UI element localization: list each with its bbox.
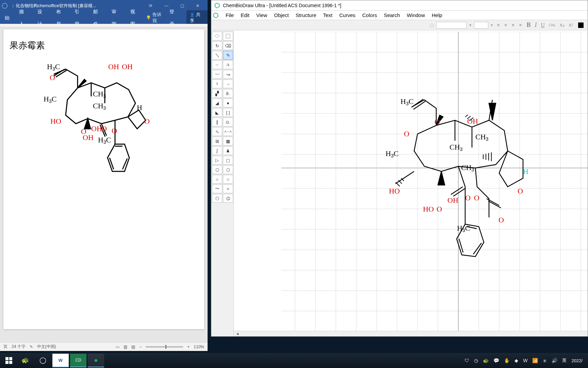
page-indicator[interactable]: 页 [3, 344, 7, 350]
tray-network-icon[interactable]: 📶 [532, 358, 538, 363]
tool-sphere[interactable]: ● [223, 98, 233, 107]
tool-table[interactable]: ⊞ [212, 137, 222, 145]
menu-help[interactable]: Help [428, 12, 446, 18]
tool-wedge[interactable]: ◢ [212, 98, 222, 107]
align-right-icon[interactable]: ≡ [510, 22, 516, 28]
superscript-button[interactable]: X² [568, 22, 574, 28]
tool-hatch[interactable]: ▞ [212, 89, 222, 98]
tool-marquee[interactable] [223, 32, 233, 41]
tool-rotate[interactable]: ↻ [212, 41, 222, 50]
tool-arrow[interactable]: → [223, 79, 233, 88]
ribbon-tab[interactable]: 始 [0, 12, 14, 24]
tray-app2-icon[interactable]: 🐢 [483, 358, 489, 363]
task-obs-icon[interactable]: ◯ [35, 354, 51, 367]
ime-indicator[interactable]: 英 [562, 357, 567, 364]
size-select[interactable] [474, 22, 488, 29]
menu-object[interactable]: Object [271, 12, 292, 18]
shape-icon[interactable]: ◇ [429, 21, 434, 29]
share-button[interactable]: 共享 [186, 10, 208, 25]
task-chemdraw-icon[interactable]: CD [70, 354, 86, 367]
italic-button[interactable]: I [534, 21, 538, 29]
tool-wave2[interactable]: ≈ [223, 184, 233, 193]
tray-app1-icon[interactable]: ◷ [474, 358, 478, 363]
sync-icon[interactable]: ⟳ [143, 3, 159, 8]
tool-rect[interactable]: ▢ [223, 156, 233, 165]
zoom-out[interactable]: − [139, 344, 142, 349]
tool-bracket[interactable]: [ ] [223, 108, 233, 117]
zoom-in[interactable]: + [187, 344, 190, 349]
menu-text[interactable]: Text [320, 12, 336, 18]
language[interactable]: 中文(中国) [37, 344, 56, 350]
font-select[interactable] [436, 22, 467, 29]
tool-lasso[interactable] [212, 32, 222, 41]
tool-curve[interactable]: ∫ [212, 146, 222, 155]
bold-button[interactable]: B [525, 21, 532, 29]
color-swatch[interactable] [578, 22, 584, 28]
task-word-icon[interactable]: W [52, 354, 69, 367]
menu-search[interactable]: Search [380, 12, 404, 18]
tray-shield-icon[interactable]: 🛡 [464, 358, 469, 363]
tool-aa[interactable]: A↔A [223, 127, 233, 136]
tool-tlc[interactable]: ♟ [223, 146, 233, 155]
tool-wavy[interactable]: 〰 [212, 70, 222, 79]
align-center-icon[interactable]: ≡ [503, 22, 509, 28]
formula-button[interactable]: CH₂ [548, 23, 556, 27]
menu-colors[interactable]: Colors [359, 12, 380, 18]
start-button[interactable] [2, 354, 16, 367]
view-print-icon[interactable]: ▥ [124, 344, 127, 349]
tool-query[interactable]: ⊙. [223, 118, 233, 126]
tray-word-icon[interactable]: W [523, 358, 527, 363]
tool-double[interactable]: ∥ [212, 118, 222, 126]
clock-date[interactable]: 2022/ [571, 358, 583, 363]
tray-security-icon[interactable]: ✋ [504, 358, 510, 363]
subscript-button[interactable]: X₂ [558, 22, 565, 28]
tool-wedgeh[interactable]: ◣ [212, 108, 222, 117]
tell-me[interactable]: 告诉我 [146, 12, 165, 24]
view-read-icon[interactable]: ▭ [116, 344, 119, 349]
canvas[interactable]: H3C O O OH CH3 CH3 CH3 H3C H O HO OH O O… [281, 32, 588, 336]
tool-arrow2[interactable]: ↝ [223, 70, 233, 79]
tool-chain[interactable]: ∿ [212, 127, 222, 136]
tool-hex2[interactable]: ⬡ [223, 165, 233, 174]
task-wechat-icon[interactable]: ● [88, 354, 104, 367]
align-justify-icon[interactable]: ≡ [517, 22, 523, 28]
tool-hex1[interactable]: ⬡ [212, 165, 222, 174]
view-web-icon[interactable]: ▤ [131, 344, 135, 349]
zoom-level[interactable]: 110% [194, 344, 204, 349]
tray-bluetooth-icon[interactable]: ⚹ [543, 358, 547, 364]
tool-dashed[interactable]: ┄ [212, 60, 222, 69]
tool-hash[interactable]: ⫲ [212, 79, 222, 88]
tray-app3-icon[interactable]: ◆ [514, 358, 518, 363]
word-count[interactable]: 24 个字 [12, 344, 26, 350]
tray-volume-icon[interactable]: 🔊 [552, 358, 557, 363]
h-scrollbar[interactable]: ◄ [234, 331, 588, 336]
maximize-button[interactable]: ▢ [174, 3, 190, 8]
minimize-button[interactable]: — [159, 3, 174, 8]
tool-orbital[interactable]: 8. [223, 89, 233, 98]
align-left-icon[interactable]: ≡ [495, 22, 502, 28]
canvas-area[interactable]: H3C O O OH CH3 CH3 CH3 H3C H O HO OH O O… [234, 30, 588, 336]
menu-view[interactable]: View [253, 12, 271, 18]
close-button[interactable]: ✕ [190, 3, 206, 8]
menu-curves[interactable]: Curves [336, 12, 359, 18]
tool-wave1[interactable]: 〜 [212, 184, 222, 193]
tool-benzene[interactable]: ⌬ [223, 194, 233, 203]
tray-wechat-icon[interactable]: 💬 [493, 358, 499, 363]
tool-pen[interactable]: ✎ [223, 51, 233, 60]
underline-button[interactable]: U [540, 22, 546, 28]
spellcheck-icon[interactable]: ✎ [30, 344, 33, 349]
tool-pent[interactable]: ⬠ [212, 194, 222, 203]
task-tortoise-icon[interactable]: 🐢 [17, 354, 33, 367]
menu-structure[interactable]: Structure [292, 12, 320, 18]
tool-circ2[interactable]: ○ [223, 175, 233, 184]
tool-template[interactable]: ▦ [223, 137, 233, 145]
menu-edit[interactable]: Edit [237, 12, 253, 18]
tool-text[interactable]: A [223, 60, 233, 69]
tool-erase[interactable]: ⌫ [223, 41, 233, 50]
zoom-slider[interactable] [146, 346, 183, 348]
tool-bond[interactable]: ＼ [212, 51, 222, 60]
menu-window[interactable]: Window [403, 12, 428, 18]
tool-play[interactable]: ▷ [212, 156, 222, 165]
menu-file[interactable]: File [222, 12, 237, 18]
tool-circ1[interactable]: ○ [212, 175, 222, 184]
